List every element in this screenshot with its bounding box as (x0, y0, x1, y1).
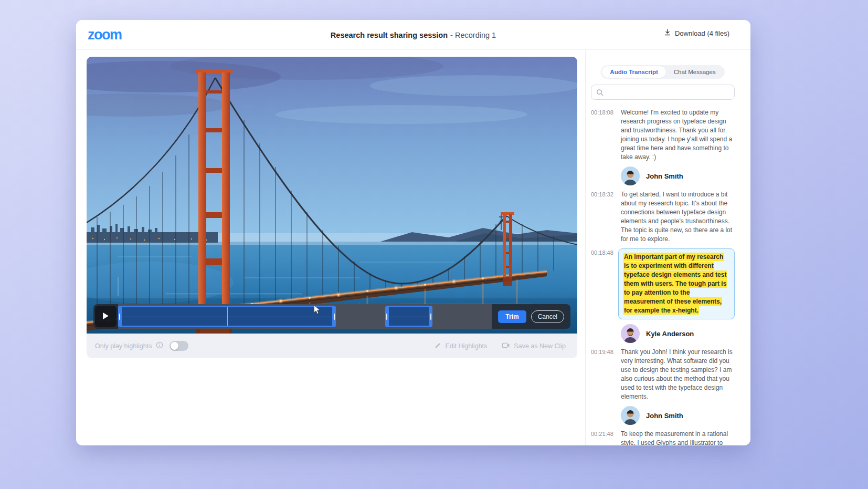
app-window: zoom Research result sharing session- Re… (76, 20, 750, 445)
transcript-search-input[interactable] (591, 85, 735, 100)
play-icon (102, 312, 109, 321)
save-as-new-clip-button[interactable]: Save as New Clip (502, 342, 566, 350)
message-text: Thank you John! I think your research is… (621, 348, 735, 401)
transcript-list: 00:18:08 Welcome! I'm excited to update … (591, 108, 735, 445)
download-button[interactable]: Download (4 files) (664, 29, 729, 37)
sidebar-divider (585, 50, 586, 445)
trim-timeline[interactable] (118, 304, 492, 329)
play-button[interactable] (95, 306, 117, 327)
timestamp[interactable]: 00:18:08 (591, 108, 616, 162)
highlighted-text: An important part of my research is to e… (623, 253, 727, 315)
download-icon (664, 29, 671, 37)
video-clip-icon (502, 342, 510, 350)
edit-highlights-button[interactable]: Edit Highlights (435, 342, 487, 350)
message-text: To get started, I want to introduce a bi… (621, 190, 735, 244)
highlighted-message-box[interactable]: An important part of my research is to e… (618, 248, 735, 319)
mouse-cursor (313, 305, 321, 315)
speaker-row: John Smith (621, 167, 735, 185)
avatar-john-smith (621, 167, 640, 185)
avatar-kyle-anderson (621, 324, 640, 343)
edit-highlights-label: Edit Highlights (445, 342, 487, 350)
speaker-name: John Smith (646, 172, 683, 180)
transcript-message[interactable]: 00:18:08 Welcome! I'm excited to update … (591, 108, 735, 162)
trim-toolbar: Trim Cancel (93, 304, 570, 329)
tab-audio-transcript[interactable]: Audio Transcript (602, 66, 665, 78)
only-play-highlights-label: Only play highlights (95, 342, 152, 350)
toggle-knob (171, 342, 178, 350)
info-icon[interactable] (156, 341, 163, 351)
transcript-search (591, 85, 735, 100)
segment-right-handle[interactable] (334, 314, 335, 320)
trim-button[interactable]: Trim (498, 310, 526, 323)
recording-label: - Recording 1 (450, 31, 496, 39)
save-as-new-clip-label: Save as New Clip (514, 342, 566, 350)
transcript-message[interactable]: 00:18:32 To get started, I want to intro… (591, 190, 735, 244)
video-canvas[interactable]: Trim Cancel (87, 57, 577, 334)
pencil-icon (435, 342, 441, 350)
page-background: zoom Research result sharing session- Re… (0, 0, 868, 489)
segment-split-line (227, 307, 228, 326)
only-play-highlights-toggle[interactable] (170, 341, 188, 351)
download-label: Download (4 files) (675, 29, 729, 37)
segment-left-handle[interactable] (386, 314, 387, 320)
speaker-name: Kyle Anderson (646, 330, 694, 338)
session-title: Research result sharing session (331, 31, 448, 39)
video-player: Trim Cancel Only play highlights (87, 57, 577, 358)
trim-segment-1[interactable] (118, 306, 336, 327)
trim-actions: Trim Cancel (492, 310, 570, 323)
trim-segment-2[interactable] (385, 306, 432, 327)
cancel-button[interactable]: Cancel (531, 310, 564, 323)
highlights-toggle-group: Only play highlights (95, 341, 188, 351)
transcript-sidebar: Audio Transcript Chat Messages 00:18:08 … (591, 57, 735, 445)
segment-left-handle[interactable] (119, 314, 120, 320)
sidebar-tabs: Audio Transcript Chat Messages (601, 65, 724, 79)
header-bar: zoom Research result sharing session- Re… (76, 20, 750, 50)
video-frame-golden-gate-bridge (87, 57, 577, 334)
player-options-bar: Only play highlights Edit Highlights (87, 334, 577, 358)
tab-chat-messages[interactable]: Chat Messages (666, 66, 724, 78)
segment-right-handle[interactable] (430, 314, 431, 320)
timestamp[interactable]: 00:21:48 (591, 430, 616, 445)
timestamp[interactable]: 00:18:48 (591, 248, 616, 319)
avatar-john-smith (621, 406, 640, 425)
message-text: Welcome! I'm excited to update my resear… (621, 108, 735, 162)
speaker-row: Kyle Anderson (621, 324, 735, 343)
search-icon (596, 89, 604, 96)
clip-actions-group: Edit Highlights Save as New Clip (435, 342, 566, 350)
transcript-message-highlighted[interactable]: 00:18:48 An important part of my researc… (591, 248, 735, 319)
transcript-message[interactable]: 00:21:48 To keep the measurement in a ra… (591, 430, 735, 445)
timestamp[interactable]: 00:19:48 (591, 348, 616, 401)
timestamp[interactable]: 00:18:32 (591, 190, 616, 244)
message-text: To keep the measurement in a rational st… (621, 430, 735, 445)
speaker-row: John Smith (621, 406, 735, 425)
page-title: Research result sharing session- Recordi… (76, 31, 750, 39)
speaker-name: John Smith (646, 412, 683, 420)
transcript-message[interactable]: 00:19:48 Thank you John! I think your re… (591, 348, 735, 401)
